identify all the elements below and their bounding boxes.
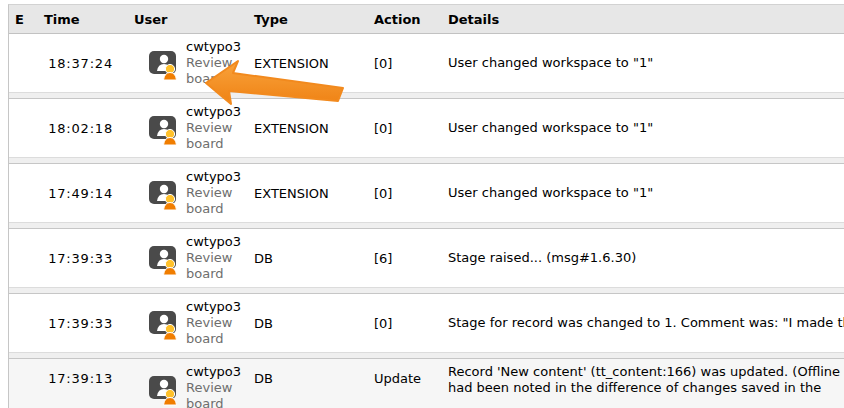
- header-action: Action: [366, 12, 442, 27]
- type-cell: EXTENSION: [246, 99, 366, 157]
- e-cell: [9, 164, 37, 222]
- time-cell: 17:39:13: [37, 359, 122, 408]
- user-cell: cwtypo3 Reviewboard: [122, 164, 246, 222]
- user-cell: cwtypo3 Reviewboard: [122, 99, 246, 157]
- user-cell: cwtypo3 Reviewboard: [122, 34, 246, 92]
- user-realname: Reviewboard: [186, 315, 241, 347]
- user-avatar-icon[interactable]: [149, 245, 178, 276]
- action-cell: [0]: [366, 294, 442, 352]
- user-avatar-icon[interactable]: [149, 375, 178, 406]
- user-avatar-icon[interactable]: [149, 115, 178, 146]
- user-name: cwtypo3: [186, 299, 241, 315]
- header-user: User: [122, 12, 246, 27]
- user-avatar-icon[interactable]: [149, 310, 178, 341]
- row-divider: [9, 157, 844, 164]
- row-divider: [9, 352, 844, 359]
- user-cell: cwtypo3 Reviewboard: [122, 294, 246, 352]
- header-details: Details: [442, 12, 844, 27]
- details-cell: Stage raised... (msg#1.6.30): [442, 229, 844, 287]
- row-divider: [9, 92, 844, 99]
- details-cell: Stage for record was changed to 1. Comme…: [442, 294, 844, 352]
- user-name: cwtypo3: [186, 364, 241, 380]
- time-cell: 17:39:33: [37, 229, 122, 287]
- log-table: E Time User Type Action Details 18:37:24: [8, 4, 844, 408]
- time-cell: 17:39:33: [37, 294, 122, 352]
- user-realname: Reviewboard: [186, 185, 241, 217]
- user-cell: cwtypo3 Reviewboard: [122, 359, 246, 408]
- user-name: cwtypo3: [186, 234, 241, 250]
- time-cell: 17:49:14: [37, 164, 122, 222]
- table-row: 17:39:13 cwtypo3 Reviewboard DB: [9, 359, 844, 408]
- action-cell: [0]: [366, 99, 442, 157]
- e-cell: [9, 359, 37, 408]
- type-cell: DB: [246, 294, 366, 352]
- row-divider: [9, 222, 844, 229]
- user-name: cwtypo3: [186, 39, 241, 55]
- table-row: 17:49:14 cwtypo3 Reviewboard EXTENS: [9, 164, 844, 222]
- header-type: Type: [246, 12, 366, 27]
- header-time: Time: [37, 12, 122, 27]
- action-cell: [0]: [366, 34, 442, 92]
- e-cell: [9, 229, 37, 287]
- user-avatar-icon[interactable]: [149, 180, 178, 211]
- user-avatar-icon[interactable]: [149, 50, 178, 81]
- user-realname: Reviewboard: [186, 120, 241, 152]
- type-cell: EXTENSION: [246, 34, 366, 92]
- e-cell: [9, 99, 37, 157]
- header-e: E: [9, 12, 37, 27]
- table-row: 18:37:24 cwtypo3 Reviewboard EXTENS: [9, 34, 844, 92]
- action-cell: Update: [366, 359, 442, 408]
- details-cell: User changed workspace to "1": [442, 34, 844, 92]
- e-cell: [9, 294, 37, 352]
- table-row: 17:39:33 cwtypo3 Reviewboard DB: [9, 229, 844, 287]
- table-body: 18:37:24 cwtypo3 Reviewboard EXTENS: [9, 34, 844, 408]
- table-header: E Time User Type Action Details: [9, 5, 844, 34]
- user-name: cwtypo3: [186, 169, 241, 185]
- table-row: 17:39:33 cwtypo3 Reviewboard DB: [9, 294, 844, 352]
- type-cell: EXTENSION: [246, 164, 366, 222]
- log-view-page: E Time User Type Action Details 18:37:24: [0, 0, 844, 408]
- action-cell: [6]: [366, 229, 442, 287]
- details-cell: User changed workspace to "1": [442, 99, 844, 157]
- time-cell: 18:37:24: [37, 34, 122, 92]
- user-realname: Reviewboard: [186, 250, 241, 282]
- e-cell: [9, 34, 37, 92]
- time-cell: 18:02:18: [37, 99, 122, 157]
- details-cell: User changed workspace to "1": [442, 164, 844, 222]
- details-cell: Record 'New content' (tt_content:166) wa…: [442, 359, 844, 408]
- user-cell: cwtypo3 Reviewboard: [122, 229, 246, 287]
- type-cell: DB: [246, 229, 366, 287]
- user-realname: Reviewboard: [186, 380, 241, 408]
- action-cell: [0]: [366, 164, 442, 222]
- user-realname: Reviewboard: [186, 55, 241, 87]
- row-divider: [9, 287, 844, 294]
- table-row: 18:02:18 cwtypo3 Reviewboard EXTENS: [9, 99, 844, 157]
- user-name: cwtypo3: [186, 104, 241, 120]
- type-cell: DB: [246, 359, 366, 408]
